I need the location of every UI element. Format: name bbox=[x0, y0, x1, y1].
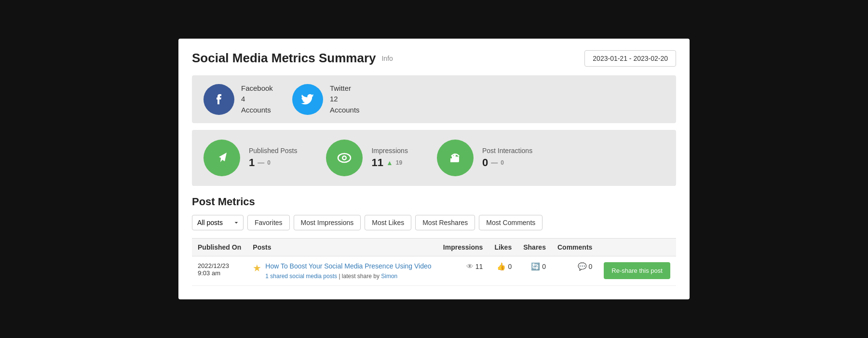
most-reshares-filter-button[interactable]: Most Reshares bbox=[415, 215, 475, 230]
published-posts-metric: Published Posts 1 — 0 bbox=[203, 140, 297, 176]
accounts-section: Facebook 4 Accounts Twitter 12 Accounts bbox=[192, 75, 676, 124]
most-comments-filter-button[interactable]: Most Comments bbox=[479, 215, 542, 230]
facebook-icon bbox=[203, 84, 234, 115]
interactions-prev: 0 bbox=[501, 159, 504, 166]
interactions-label: Post Interactions bbox=[482, 147, 532, 155]
shares-value: 0 bbox=[542, 263, 546, 270]
impressions-value: 11 bbox=[475, 263, 483, 270]
reshare-cell: Re-share this post bbox=[598, 256, 676, 286]
post-content-cell: ★ How To Boost Your Social Media Presenc… bbox=[247, 256, 437, 286]
comments-value: 0 bbox=[589, 263, 593, 270]
impressions-cell: 👁 11 bbox=[437, 256, 489, 286]
comments-cell-icon: 💬 bbox=[578, 262, 587, 271]
header: Social Media Metrics Summary Info 2023-0… bbox=[192, 50, 676, 67]
table-row: 2022/12/23 9:03 am ★ How To Boost Your S… bbox=[192, 256, 676, 286]
facebook-account: Facebook 4 Accounts bbox=[203, 83, 273, 116]
metrics-section: Published Posts 1 — 0 Impressions bbox=[192, 130, 676, 186]
published-posts-info: Published Posts 1 — 0 bbox=[249, 147, 297, 169]
main-card: Social Media Metrics Summary Info 2023-0… bbox=[178, 39, 690, 300]
impressions-metric: Impressions 11 ▲ 19 bbox=[326, 140, 407, 176]
twitter-icon bbox=[292, 84, 323, 115]
star-icon[interactable]: ★ bbox=[253, 262, 261, 274]
post-time: 9:03 am bbox=[198, 269, 241, 277]
impressions-value: 11 ▲ 19 bbox=[371, 156, 407, 169]
posts-table: Published On Posts Impressions Likes Sha… bbox=[192, 238, 676, 286]
impressions-icon bbox=[326, 140, 363, 176]
post-date-cell: 2022/12/23 9:03 am bbox=[192, 256, 247, 286]
interactions-value: 0 — 0 bbox=[482, 156, 532, 169]
posts-filter-dropdown[interactable]: All posts Published Scheduled Draft bbox=[192, 215, 244, 230]
table-header-row: Published On Posts Impressions Likes Sha… bbox=[192, 239, 676, 256]
col-shares: Shares bbox=[517, 239, 552, 256]
impressions-info: Impressions 11 ▲ 19 bbox=[371, 147, 407, 169]
col-action bbox=[598, 239, 676, 256]
impressions-cell-icon: 👁 bbox=[466, 262, 474, 270]
interactions-icon bbox=[437, 140, 474, 176]
col-published-on: Published On bbox=[192, 239, 247, 256]
interactions-metric: Post Interactions 0 — 0 bbox=[437, 140, 532, 176]
header-left: Social Media Metrics Summary Info bbox=[192, 51, 393, 66]
likes-cell-icon: 👍 bbox=[497, 262, 506, 271]
comments-cell: 💬 0 bbox=[552, 256, 598, 286]
post-details: How To Boost Your Social Media Presence … bbox=[265, 262, 431, 280]
interactions-dash: — bbox=[491, 159, 498, 167]
published-posts-icon bbox=[203, 140, 240, 176]
col-posts: Posts bbox=[247, 239, 437, 256]
interactions-info: Post Interactions 0 — 0 bbox=[482, 147, 532, 169]
likes-cell: 👍 0 bbox=[488, 256, 517, 286]
twitter-account: Twitter 12 Accounts bbox=[292, 83, 360, 116]
impressions-label: Impressions bbox=[371, 147, 407, 155]
page-title: Social Media Metrics Summary bbox=[192, 51, 376, 66]
info-label: Info bbox=[381, 55, 393, 62]
likes-value: 0 bbox=[508, 263, 512, 270]
impressions-prev: 19 bbox=[396, 159, 402, 166]
impressions-arrow: ▲ bbox=[386, 159, 393, 167]
facebook-account-text: Facebook 4 Accounts bbox=[241, 83, 273, 116]
twitter-account-text: Twitter 12 Accounts bbox=[330, 83, 360, 116]
published-posts-label: Published Posts bbox=[249, 147, 297, 155]
post-date: 2022/12/23 bbox=[198, 262, 241, 269]
published-posts-dash: — bbox=[258, 159, 264, 167]
col-comments: Comments bbox=[552, 239, 598, 256]
most-impressions-filter-button[interactable]: Most Impressions bbox=[294, 215, 361, 230]
shares-cell-icon: 🔄 bbox=[531, 262, 540, 271]
reshare-button[interactable]: Re-share this post bbox=[604, 262, 670, 279]
col-likes: Likes bbox=[488, 239, 517, 256]
shared-by-link[interactable]: Simon bbox=[381, 273, 397, 280]
post-metrics-section: Post Metrics All posts Published Schedul… bbox=[192, 196, 676, 286]
filter-bar: All posts Published Scheduled Draft Favo… bbox=[192, 215, 676, 230]
post-shared-info: 1 shared social media posts | latest sha… bbox=[265, 273, 397, 280]
shared-posts-link[interactable]: 1 shared social media posts bbox=[265, 273, 337, 280]
date-range[interactable]: 2023-01-21 - 2023-02-20 bbox=[584, 50, 676, 67]
published-posts-value: 1 — 0 bbox=[249, 156, 297, 169]
col-impressions: Impressions bbox=[437, 239, 489, 256]
post-title-link[interactable]: How To Boost Your Social Media Presence … bbox=[265, 262, 431, 270]
post-metrics-title: Post Metrics bbox=[192, 196, 676, 208]
shares-cell: 🔄 0 bbox=[517, 256, 552, 286]
favorites-filter-button[interactable]: Favorites bbox=[247, 215, 290, 230]
most-likes-filter-button[interactable]: Most Likes bbox=[365, 215, 411, 230]
svg-point-2 bbox=[343, 157, 346, 159]
published-posts-prev: 0 bbox=[267, 159, 271, 166]
